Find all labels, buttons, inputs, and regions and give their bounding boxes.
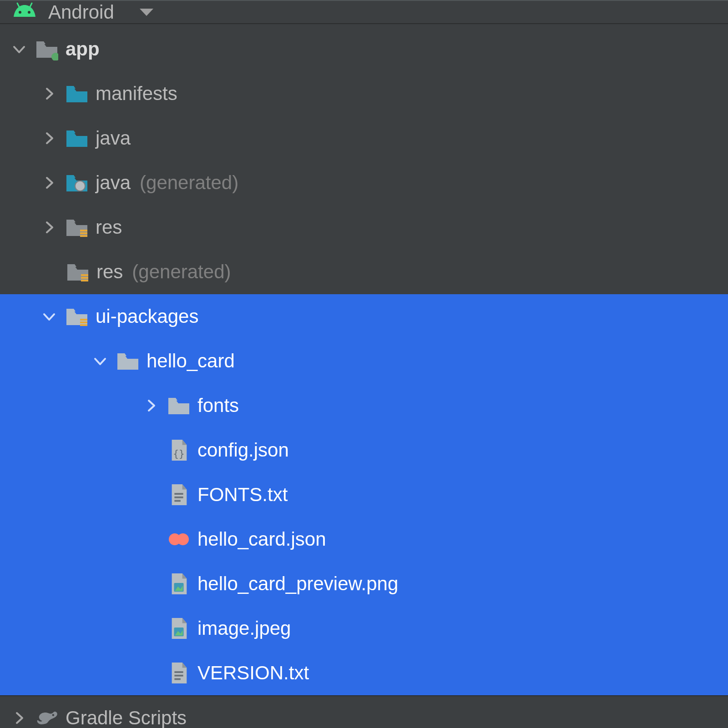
json-file-icon: {} [167, 438, 191, 462]
project-view-title: Android [48, 1, 114, 23]
relay-file-icon [167, 527, 191, 552]
svg-point-1 [28, 11, 30, 14]
chevron-right-icon[interactable] [142, 397, 160, 415]
tree-node-hello-card-json[interactable]: hello_card.json [0, 517, 728, 562]
tree-label: VERSION.txt [197, 662, 309, 684]
tree-label: manifests [96, 83, 177, 105]
tree-node-version-txt[interactable]: VERSION.txt [0, 651, 728, 695]
tree-label: res [96, 261, 123, 283]
svg-point-20 [177, 533, 189, 545]
tree-label: config.json [197, 439, 289, 461]
tree-label: FONTS.txt [197, 484, 288, 506]
chevron-right-icon[interactable] [10, 709, 28, 727]
tree-node-fonts-txt[interactable]: FONTS.txt [0, 472, 728, 517]
svg-text:{}: {} [173, 448, 184, 459]
svg-rect-17 [174, 497, 183, 498]
tree-label: image.jpeg [197, 618, 291, 639]
gradle-icon [35, 706, 59, 728]
chevron-right-icon[interactable] [40, 85, 58, 103]
tree-label: java [96, 127, 131, 149]
tree-node-hello-card[interactable]: hello_card [0, 339, 728, 383]
tree-label: res [96, 216, 122, 238]
project-tree: app manifests [0, 24, 728, 728]
svg-rect-23 [174, 671, 183, 673]
svg-rect-24 [174, 675, 183, 677]
tree-label: app [66, 38, 100, 60]
svg-rect-10 [81, 277, 88, 279]
chevron-down-icon[interactable] [10, 40, 28, 58]
svg-rect-11 [81, 280, 88, 281]
tree-node-java-generated[interactable]: java (generated) [0, 161, 728, 205]
folder-icon [116, 349, 140, 373]
tree-node-res[interactable]: res [0, 205, 728, 250]
svg-rect-16 [174, 493, 183, 495]
folder-icon [167, 393, 191, 418]
image-file-icon [167, 616, 191, 641]
folder-icon [65, 126, 89, 151]
folder-icon [65, 81, 89, 106]
tree-label: java [96, 172, 131, 194]
svg-rect-8 [80, 235, 87, 237]
tree-label: hello_card_preview.png [197, 573, 398, 595]
tree-node-app[interactable]: app [0, 27, 728, 71]
tree-node-manifests[interactable]: manifests [0, 71, 728, 116]
tree-node-image-jpeg[interactable]: image.jpeg [0, 606, 728, 651]
svg-rect-6 [80, 230, 87, 231]
tree-node-fonts[interactable]: fonts [0, 383, 728, 428]
chevron-down-icon[interactable] [40, 307, 58, 326]
android-robot-icon [13, 1, 36, 23]
chevron-right-icon[interactable] [40, 174, 58, 192]
tree-node-gradle-scripts[interactable]: Gradle Scripts [0, 695, 728, 728]
tree-node-hello-card-preview[interactable]: hello_card_preview.png [0, 562, 728, 606]
tree-label: fonts [197, 395, 239, 417]
tree-suffix: (generated) [132, 261, 231, 283]
svg-point-0 [19, 11, 21, 14]
tree-label: Gradle Scripts [66, 707, 187, 728]
chevron-down-icon[interactable] [91, 352, 109, 370]
tree-label: hello_card [147, 350, 235, 372]
project-view-header[interactable]: Android [0, 0, 728, 24]
tree-label: hello_card.json [197, 528, 326, 550]
chevron-right-icon[interactable] [40, 218, 58, 236]
generated-folder-icon [65, 171, 89, 195]
text-file-icon [167, 661, 191, 685]
resource-folder-icon [65, 215, 89, 240]
tree-node-config-json[interactable]: {} config.json [0, 428, 728, 472]
svg-rect-14 [80, 324, 87, 326]
svg-line-2 [17, 3, 19, 7]
tree-label: ui-packages [96, 306, 198, 327]
tree-node-res-generated[interactable]: res (generated) [0, 250, 728, 294]
dropdown-triangle-icon[interactable] [139, 2, 154, 22]
svg-rect-9 [81, 274, 88, 276]
module-folder-icon [35, 37, 59, 61]
text-file-icon [167, 482, 191, 507]
svg-rect-12 [80, 319, 87, 321]
tree-node-java[interactable]: java [0, 116, 728, 161]
project-tool-window: Android app [0, 0, 728, 728]
svg-rect-18 [174, 500, 180, 502]
resource-folder-icon [65, 304, 89, 329]
tree-suffix: (generated) [140, 172, 238, 194]
resource-folder-icon [66, 260, 90, 284]
svg-rect-13 [80, 321, 87, 323]
image-file-icon [167, 572, 191, 596]
chevron-right-icon[interactable] [40, 129, 58, 147]
svg-rect-7 [80, 232, 87, 234]
svg-point-26 [52, 714, 54, 716]
tree-node-ui-packages[interactable]: ui-packages [0, 294, 728, 339]
svg-rect-25 [174, 678, 180, 680]
svg-line-3 [30, 3, 32, 7]
